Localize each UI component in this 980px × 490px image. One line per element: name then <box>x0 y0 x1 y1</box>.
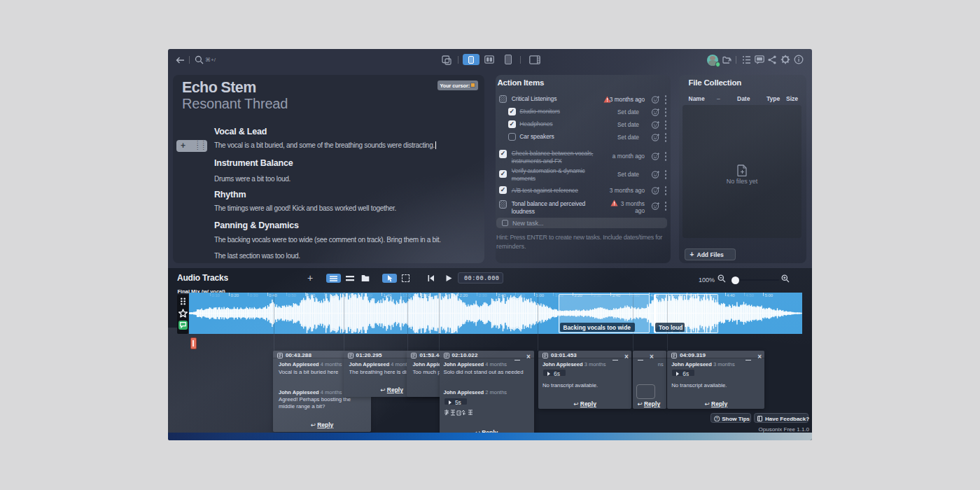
svg-text:?: ? <box>716 416 718 421</box>
